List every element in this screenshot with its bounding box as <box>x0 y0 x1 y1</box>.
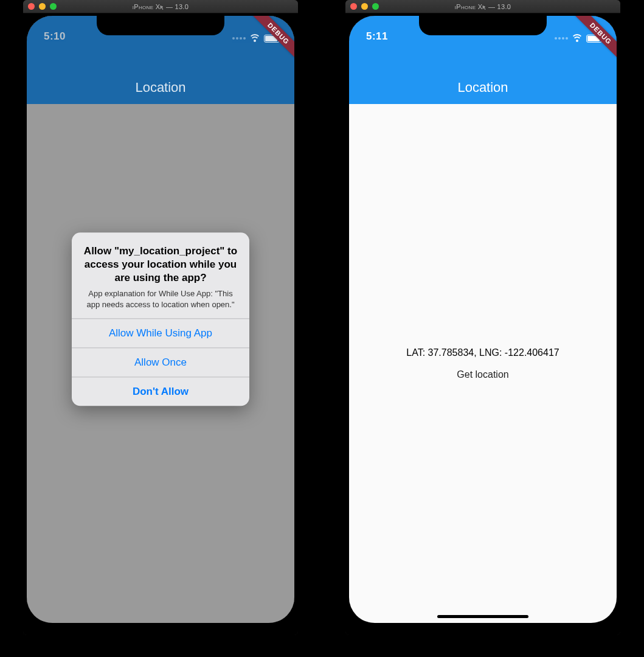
status-time: 5:11 <box>366 30 388 43</box>
allow-while-using-button[interactable]: Allow While Using App <box>72 319 249 348</box>
status-time: 5:10 <box>44 30 66 43</box>
simulator-window-right: iPhone Xʀ — 13.0 DEBUG 5:11 <box>345 0 620 635</box>
allow-once-button[interactable]: Allow Once <box>72 348 249 377</box>
wifi-icon <box>249 34 260 43</box>
coordinates-text: LAT: 37.785834, LNG: -122.406417 <box>406 347 559 358</box>
alert-title: Allow "my_location_project" to access yo… <box>83 245 238 285</box>
simulator-window-left: iPhone Xʀ — 13.0 DEBUG 5:10 <box>23 0 298 635</box>
device-notch <box>97 16 224 35</box>
screen-content: LAT: 37.785834, LNG: -122.406417 Get loc… <box>349 104 617 623</box>
dont-allow-button[interactable]: Don't Allow <box>72 377 249 406</box>
device-notch <box>419 16 547 35</box>
app-bar-title: Location <box>457 80 508 104</box>
alert-message: App explanation for While Use App: "This… <box>83 289 238 310</box>
phone-screen-right: DEBUG 5:11 Location <box>349 16 617 623</box>
home-indicator[interactable] <box>437 615 528 618</box>
cellular-icon <box>232 37 246 40</box>
window-title: iPhone Xʀ — 13.0 <box>345 3 620 10</box>
wifi-icon <box>572 34 583 43</box>
location-permission-alert: Allow "my_location_project" to access yo… <box>72 232 249 406</box>
get-location-button[interactable]: Get location <box>457 369 508 380</box>
cellular-icon <box>555 37 568 40</box>
app-bar-title: Location <box>135 80 185 104</box>
window-title: iPhone Xʀ — 13.0 <box>23 3 298 10</box>
window-titlebar: iPhone Xʀ — 13.0 <box>345 0 620 13</box>
window-titlebar: iPhone Xʀ — 13.0 <box>23 0 298 13</box>
phone-screen-left: DEBUG 5:10 Location <box>27 16 294 623</box>
